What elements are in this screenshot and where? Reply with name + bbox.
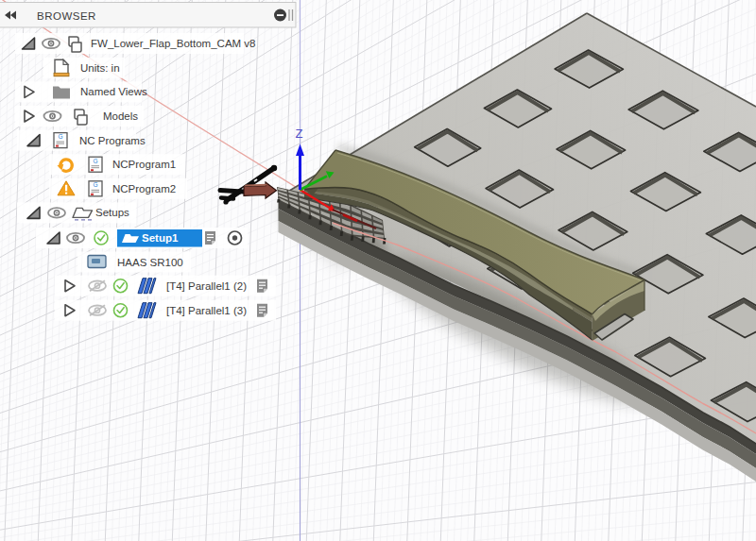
svg-text:[T4] Parallel1 (3): [T4] Parallel1 (3): [166, 305, 247, 316]
svg-text:BROWSER: BROWSER: [37, 10, 96, 22]
svg-text:G: G: [58, 133, 62, 140]
svg-text:Setup1: Setup1: [142, 232, 179, 244]
svg-text:FW_Lower_Flap_Bottom_CAM v8: FW_Lower_Flap_Bottom_CAM v8: [91, 38, 255, 49]
svg-text:Setups: Setups: [95, 207, 129, 218]
svg-text:NCProgram2: NCProgram2: [112, 183, 176, 194]
svg-text:NCProgram1: NCProgram1: [112, 159, 176, 170]
svg-text:Units: in: Units: in: [80, 62, 120, 74]
svg-text:Z: Z: [296, 127, 303, 141]
svg-text:Models: Models: [103, 110, 138, 122]
svg-text:Named Views: Named Views: [80, 86, 147, 97]
svg-text:HAAS SR100: HAAS SR100: [117, 257, 183, 268]
svg-text:G: G: [93, 181, 97, 188]
svg-text:G: G: [93, 158, 97, 164]
svg-text:[T4] Parallel1 (2): [T4] Parallel1 (2): [166, 280, 247, 292]
svg-text:NC Programs: NC Programs: [79, 135, 146, 146]
